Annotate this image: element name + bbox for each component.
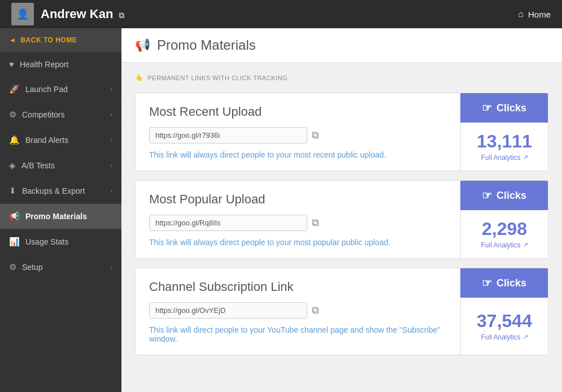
clicks-count-most-recent: 13,111 — [477, 132, 532, 150]
gear-icon: ⚙ — [9, 110, 16, 120]
external-link-icon: ↗ — [523, 333, 528, 341]
sidebar-item-promo-materials[interactable]: 📢 Promo Materials — [0, 204, 121, 229]
top-bar-right: ⌂ Home — [518, 9, 551, 19]
card-right-most-recent: ☞ Clicks 13,111 Full Analytics ↗ — [460, 93, 548, 171]
tracking-notice-icon: 👆 — [135, 74, 143, 81]
bell-icon: 🔔 — [9, 135, 20, 145]
main-layout: ◄ BACK TO HOME ♥ Health Report 🚀 Launch … — [0, 28, 562, 392]
chevron-right-icon: › — [110, 162, 112, 169]
clicks-header-channel-subscription: ☞ Clicks — [460, 268, 548, 298]
sidebar-label-backups-export: Backups & Export — [22, 186, 85, 195]
card-link-input-most-recent[interactable] — [149, 127, 307, 143]
clicks-label-most-recent: Clicks — [496, 102, 526, 114]
promo-card-channel-subscription: Channel Subscription Link ⧉ This link wi… — [135, 268, 548, 355]
full-analytics-most-popular[interactable]: Full Analytics ↗ — [481, 241, 528, 249]
sidebar-label-ab-tests: A/B Tests — [21, 161, 55, 170]
tracking-notice-text: PERMANENT LINKS WITH CLICK TRACKING — [148, 75, 288, 81]
clicks-header-most-recent: ☞ Clicks — [460, 93, 548, 123]
card-description-channel-subscription: This link will direct people to your You… — [149, 325, 447, 343]
sidebar-item-health-report[interactable]: ♥ Health Report — [0, 52, 121, 77]
card-left-most-recent: Most Recent Upload ⧉ This link will alwa… — [136, 93, 460, 171]
clicks-label-most-popular: Clicks — [496, 190, 526, 202]
card-title-channel-subscription: Channel Subscription Link — [149, 280, 447, 294]
sidebar-back-button[interactable]: ◄ BACK TO HOME — [0, 28, 121, 52]
full-analytics-label: Full Analytics — [481, 241, 520, 249]
card-title-most-popular: Most Popular Upload — [149, 192, 447, 207]
clicks-label-channel-subscription: Clicks — [496, 277, 526, 289]
content-header: 📢 Promo Materials — [121, 28, 562, 63]
sidebar-label-competitors: Competitors — [22, 110, 64, 119]
card-link-row-channel-subscription: ⧉ — [149, 302, 447, 319]
sidebar-label-setup: Setup — [22, 263, 43, 272]
back-icon: ◄ — [9, 36, 16, 44]
sidebar-label-health-report: Health Report — [20, 60, 68, 69]
full-analytics-most-recent[interactable]: Full Analytics ↗ — [481, 154, 528, 162]
megaphone-icon: 📢 — [9, 211, 20, 221]
chevron-right-icon: › — [110, 263, 112, 271]
settings-icon: ⚙ — [9, 262, 16, 272]
page-title: Promo Materials — [157, 37, 256, 53]
sidebar-item-launch-pad[interactable]: 🚀 Launch Pad › — [0, 77, 121, 102]
card-right-channel-subscription: ☞ Clicks 37,544 Full Analytics ↗ — [460, 268, 548, 355]
card-link-row-most-popular: ⧉ — [149, 215, 447, 231]
clicks-count-area-channel-subscription: 37,544 Full Analytics ↗ — [460, 298, 548, 355]
full-analytics-label: Full Analytics — [481, 333, 520, 341]
sidebar-label-usage-stats: Usage Stats — [25, 237, 68, 246]
sidebar-label-brand-alerts: Brand Alerts — [25, 136, 68, 145]
chart-icon: 📊 — [9, 237, 20, 247]
click-hand-icon: ☞ — [482, 101, 492, 115]
sidebar-item-competitors[interactable]: ⚙ Competitors › — [0, 102, 121, 128]
sidebar-item-brand-alerts[interactable]: 🔔 Brand Alerts › — [0, 128, 121, 153]
click-hand-icon: ☞ — [482, 276, 492, 290]
chevron-right-icon: › — [110, 111, 112, 119]
home-icon: ⌂ — [518, 9, 524, 19]
chevron-right-icon: › — [110, 85, 112, 93]
copy-icon-channel-subscription[interactable]: ⧉ — [312, 304, 319, 316]
full-analytics-label: Full Analytics — [481, 154, 520, 162]
promo-card-most-popular-upload: Most Popular Upload ⧉ This link will alw… — [135, 180, 548, 259]
download-icon: ⬇ — [9, 186, 16, 196]
home-link[interactable]: Home — [528, 10, 551, 19]
sidebar-item-ab-tests[interactable]: ◈ A/B Tests › — [0, 153, 121, 178]
sidebar-item-setup[interactable]: ⚙ Setup › — [0, 255, 121, 280]
top-bar-left: 👤 Andrew Kan ⧉ — [11, 3, 124, 25]
username: Andrew Kan ⧉ — [41, 7, 124, 21]
copy-icon-most-popular[interactable]: ⧉ — [312, 217, 319, 229]
card-link-input-most-popular[interactable] — [149, 215, 307, 231]
tracking-notice: 👆 PERMANENT LINKS WITH CLICK TRACKING — [135, 74, 548, 81]
card-left-most-popular: Most Popular Upload ⧉ This link will alw… — [136, 181, 460, 258]
sidebar-label-launch-pad: Launch Pad — [25, 85, 68, 94]
sidebar: ◄ BACK TO HOME ♥ Health Report 🚀 Launch … — [0, 28, 121, 392]
full-analytics-channel-subscription[interactable]: Full Analytics ↗ — [481, 333, 528, 341]
card-link-input-channel-subscription[interactable] — [149, 302, 307, 319]
card-link-row-most-recent: ⧉ — [149, 127, 447, 143]
sidebar-item-usage-stats[interactable]: 📊 Usage Stats — [0, 229, 121, 255]
sidebar-label-promo-materials: Promo Materials — [25, 212, 87, 221]
external-link-icon: ↗ — [523, 241, 528, 249]
copy-icon-most-recent[interactable]: ⧉ — [312, 129, 319, 141]
page-megaphone-icon: 📢 — [135, 38, 150, 53]
chevron-right-icon: › — [110, 136, 112, 144]
card-right-most-popular: ☞ Clicks 2,298 Full Analytics ↗ — [460, 181, 548, 258]
card-description-most-recent: This link will always direct people to y… — [149, 150, 447, 159]
clicks-count-most-popular: 2,298 — [482, 220, 527, 238]
clicks-count-area-most-popular: 2,298 Full Analytics ↗ — [460, 210, 548, 258]
card-title-most-recent: Most Recent Upload — [149, 104, 447, 119]
clicks-header-most-popular: ☞ Clicks — [460, 181, 548, 210]
card-description-most-popular: This link will always direct people to y… — [149, 238, 447, 247]
heart-icon: ♥ — [9, 59, 14, 69]
external-link-icon: ↗ — [523, 154, 528, 161]
sidebar-item-backups-export[interactable]: ⬇ Backups & Export › — [0, 178, 121, 204]
rocket-icon: 🚀 — [9, 84, 20, 94]
top-bar: 👤 Andrew Kan ⧉ ⌂ Home — [0, 0, 562, 28]
content-area: 📢 Promo Materials 👆 PERMANENT LINKS WITH… — [121, 28, 562, 392]
chevron-right-icon: › — [110, 187, 112, 195]
avatar: 👤 — [11, 3, 34, 25]
external-link-icon[interactable]: ⧉ — [119, 11, 124, 20]
content-body: 👆 PERMANENT LINKS WITH CLICK TRACKING Mo… — [121, 63, 562, 376]
card-left-channel-subscription: Channel Subscription Link ⧉ This link wi… — [136, 268, 460, 355]
promo-card-most-recent-upload: Most Recent Upload ⧉ This link will alwa… — [135, 93, 548, 171]
back-label: BACK TO HOME — [20, 36, 77, 44]
click-hand-icon: ☞ — [482, 189, 492, 202]
clicks-count-area-most-recent: 13,111 Full Analytics ↗ — [460, 123, 548, 171]
